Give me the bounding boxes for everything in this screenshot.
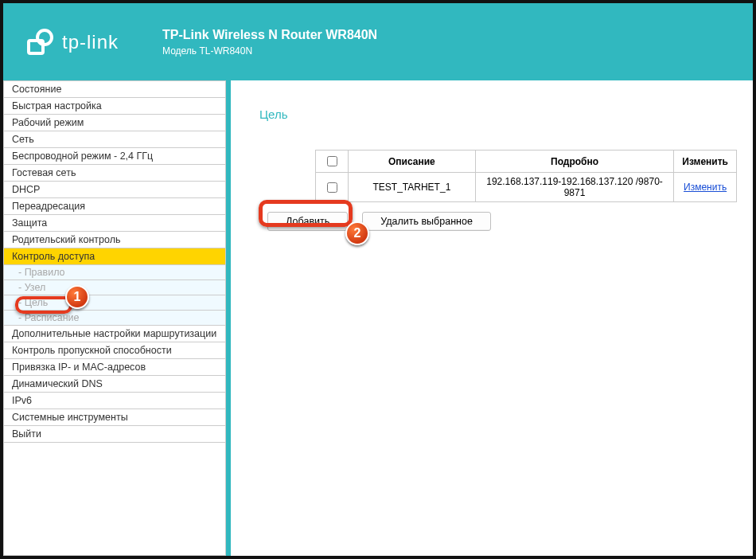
page-header-title: TP-Link Wireless N Router WR840N	[162, 28, 377, 42]
content-pane: Цель Описание Подробно Изменить TEST_TAR…	[231, 80, 753, 556]
sidebar-subitem-13[interactable]: - Цель	[4, 295, 225, 311]
sidebar-item-18[interactable]: Динамический DNS	[4, 376, 225, 393]
col-select-header	[316, 150, 349, 173]
sidebar-item-5[interactable]: Гостевая сеть	[4, 165, 225, 182]
button-row: Добавить Удалить выбранное	[267, 212, 737, 231]
tp-link-icon	[25, 28, 54, 57]
sidebar-item-1[interactable]: Быстрая настройка	[4, 98, 225, 115]
delete-selected-button[interactable]: Удалить выбранное	[362, 212, 491, 231]
sidebar-item-3[interactable]: Сеть	[4, 131, 225, 148]
target-table: Описание Подробно Изменить TEST_TARHET_1…	[315, 150, 737, 202]
add-button[interactable]: Добавить	[267, 212, 348, 231]
select-all-checkbox[interactable]	[327, 156, 337, 166]
col-details-header: Подробно	[475, 150, 673, 173]
sidebar: СостояниеБыстрая настройкаРабочий режимС…	[3, 80, 226, 556]
sidebar-item-17[interactable]: Привязка IP- и MAC-адресов	[4, 359, 225, 376]
sidebar-item-6[interactable]: DHCP	[4, 182, 225, 198]
brand-logo: tp-link	[25, 28, 119, 57]
brand-text: tp-link	[62, 31, 119, 53]
sidebar-item-7[interactable]: Переадресация	[4, 198, 225, 215]
sidebar-item-2[interactable]: Рабочий режим	[4, 115, 225, 131]
col-change-header: Изменить	[674, 150, 737, 173]
sidebar-subitem-14[interactable]: - Расписание	[4, 311, 225, 326]
sidebar-item-10[interactable]: Контроль доступа	[4, 248, 225, 265]
row-select-checkbox[interactable]	[327, 182, 337, 193]
page-title: Цель	[259, 108, 737, 121]
table-row: TEST_TARHET_1192.168.137.119-192.168.137…	[316, 173, 737, 202]
header-bar: tp-link TP-Link Wireless N Router WR840N…	[3, 3, 753, 80]
col-desc-header: Описание	[349, 150, 476, 173]
cell-desc: TEST_TARHET_1	[349, 173, 476, 202]
sidebar-item-20[interactable]: Системные инструменты	[4, 409, 225, 426]
sidebar-item-0[interactable]: Состояние	[4, 81, 225, 98]
sidebar-subitem-11[interactable]: - Правило	[4, 265, 225, 280]
sidebar-item-16[interactable]: Контроль пропускной способности	[4, 342, 225, 359]
header-titles: TP-Link Wireless N Router WR840N Модель …	[162, 28, 377, 57]
sidebar-item-15[interactable]: Дополнительные настройки маршрутизации	[4, 326, 225, 342]
sidebar-item-9[interactable]: Родительский контроль	[4, 232, 225, 248]
cell-details: 192.168.137.119-192.168.137.120 /9870-98…	[475, 173, 673, 202]
sidebar-item-8[interactable]: Защита	[4, 215, 225, 232]
sidebar-item-4[interactable]: Беспроводной режим - 2,4 ГГц	[4, 148, 225, 165]
page-header-subtitle: Модель TL-WR840N	[162, 45, 377, 57]
edit-link[interactable]: Изменить	[684, 182, 727, 193]
sidebar-item-19[interactable]: IPv6	[4, 393, 225, 409]
sidebar-subitem-12[interactable]: - Узел	[4, 280, 225, 295]
sidebar-item-21[interactable]: Выйти	[4, 426, 225, 443]
